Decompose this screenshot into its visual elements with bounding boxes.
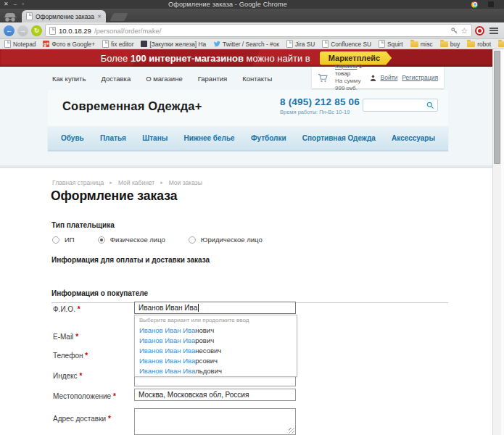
site-logo[interactable]: Современная Одежда+ [62, 99, 202, 113]
autocomplete-option[interactable]: Иванов Иван Иванесович [135, 346, 297, 356]
menu-pants[interactable]: Штаны [142, 134, 168, 142]
email-label: E-Mail * [53, 333, 78, 341]
window-edge [501, 49, 504, 435]
autocomplete-option[interactable]: Иванов Иван Иванович [135, 326, 297, 336]
scrollbar-thumb[interactable] [494, 51, 500, 164]
folder-icon [498, 41, 504, 47]
breadcrumb: Главная страница ▸ Мой кабинет ▸ Мои зак… [52, 179, 202, 186]
radio-individual-label[interactable]: Физическое лицо [110, 236, 165, 244]
resize-grip-icon[interactable] [289, 428, 294, 434]
adblock-extension-icon[interactable] [475, 26, 484, 36]
bookmark-google-plus[interactable]: g+Фото в Google+ [43, 41, 95, 48]
autocomplete-option[interactable]: Иванов Иван Иварович [135, 336, 297, 346]
window-title: Оформление заказа - Google Chrome [28, 1, 471, 8]
location-value: Москва, Московская обл, Россия [139, 391, 249, 399]
search-box[interactable] [363, 99, 438, 112]
phone-label: Телефон * [53, 352, 88, 360]
forward-button[interactable]: → [17, 25, 28, 36]
chrome-menu-icon[interactable] [489, 28, 498, 34]
page-scrollbar[interactable] [492, 49, 501, 435]
chrome-logo-icon [471, 1, 478, 8]
autocomplete-option[interactable]: Иванов Иван Ивальдович [135, 366, 297, 376]
browser-tab[interactable]: Оформление заказа ✕ [22, 10, 106, 22]
new-tab-button[interactable] [110, 13, 128, 21]
address-bar[interactable]: 10.0.18.29/personal/order/make/ ☆ [45, 24, 472, 37]
tray-icon [488, 1, 494, 7]
folder-icon [440, 41, 448, 47]
register-link[interactable]: Регистрация [402, 74, 438, 81]
bookmark-zakupki[interactable]: [Закупки железа] На [141, 41, 206, 48]
required-asterisk: * [79, 372, 82, 380]
search-icon[interactable] [426, 102, 437, 109]
zip-input[interactable] [134, 376, 296, 386]
nav-contacts[interactable]: Контакты [242, 75, 272, 83]
window-controls[interactable]: ✕ – ▫ [0, 0, 28, 9]
nav-warranty[interactable]: Гарантия [198, 75, 228, 83]
bookmark-confluence[interactable]: Confluence SU [322, 40, 371, 48]
reload-button[interactable]: ↻ [31, 25, 42, 36]
twitter-icon [213, 41, 220, 47]
bookmark-jira[interactable]: Jira SU [286, 40, 315, 48]
bookmark-folder-new[interactable]: New folder [498, 41, 504, 48]
autocomplete-option[interactable]: Иванов Иван Иварсович [135, 356, 297, 366]
menu-sportswear[interactable]: Спортивная Одежда [302, 134, 376, 142]
back-button[interactable]: ← [4, 25, 15, 36]
window-minimize-icon[interactable]: – [14, 0, 17, 9]
tab-close-icon[interactable]: ✕ [97, 14, 102, 20]
phone-number: 8 (495) 212 85 06 [280, 96, 360, 107]
window-maximize-icon[interactable]: ▫ [22, 0, 24, 9]
cart-link[interactable]: Корзина [335, 63, 357, 70]
bookmark-notepad[interactable]: Notepad [4, 40, 36, 48]
bookmark-folder-buy[interactable]: buy [440, 41, 460, 48]
fio-input[interactable]: Иванов Иван Ива [134, 302, 296, 314]
bookmark-folder-robot[interactable]: robot [467, 41, 491, 48]
radio-ip-label[interactable]: ИП [65, 236, 75, 244]
address-textarea[interactable] [135, 409, 295, 434]
cart-icon [318, 73, 329, 83]
payer-type-options: ИП Физическое лицо Юридическое лицо [52, 236, 263, 244]
window-close-icon[interactable]: ✕ [4, 0, 9, 9]
location-input[interactable]: Москва, Московская обл, Россия [134, 389, 296, 401]
radio-ip[interactable] [52, 236, 59, 244]
bookmark-star-icon[interactable]: ☆ [460, 27, 468, 34]
page-icon [4, 40, 11, 48]
bookmark-fix-editor[interactable]: fix editor [102, 40, 133, 48]
required-asterisk: * [85, 352, 88, 360]
radio-legal[interactable] [189, 236, 196, 244]
tab-strip: Оформление заказа ✕ [0, 9, 504, 22]
payer-type-label: Тип плательщика [51, 221, 115, 229]
user-icon [370, 75, 376, 81]
required-asterisk: * [75, 333, 78, 341]
login-link[interactable]: Войти [381, 74, 398, 81]
nav-delivery[interactable]: Доставка [101, 75, 131, 83]
bookmark-squirt[interactable]: Squirt [379, 40, 403, 48]
menu-tshirts[interactable]: Футболки [251, 134, 286, 142]
bookmark-folder-misc[interactable]: misc [410, 41, 433, 48]
menu-shoes[interactable]: Обувь [61, 134, 84, 142]
radio-legal-label[interactable]: Юридическое лицо [201, 236, 263, 244]
nav-about[interactable]: О магазине [146, 75, 182, 83]
marketplace-banner[interactable]: Более 100 интернет-магазинов можно найти… [0, 49, 492, 67]
catalog-menu: Обувь Платья Штаны Нижнее белье Футболки… [48, 126, 448, 151]
menu-dresses[interactable]: Платья [100, 134, 126, 142]
nav-how-to-buy[interactable]: Как купить [52, 75, 86, 83]
section-divider [0, 165, 504, 168]
breadcrumb-cabinet[interactable]: Мой кабинет [118, 179, 154, 186]
menu-accessories[interactable]: Аксессуары [392, 134, 435, 142]
bookmark-twitter[interactable]: Twitter / Search - #ок [213, 41, 279, 48]
payment-section-title: Информация для оплаты и доставки заказа [51, 256, 210, 264]
search-input[interactable] [363, 100, 426, 110]
menu-underwear[interactable]: Нижнее белье [183, 134, 234, 142]
url-path: /personal/order/make/ [94, 27, 161, 35]
banner-text: Более 100 интернет-магазинов можно найти… [101, 53, 310, 64]
page-icon [322, 40, 329, 48]
key-icon[interactable] [451, 28, 458, 34]
page-title: Оформление заказа [51, 188, 177, 204]
autocomplete-dropdown: Выберите вариант или продолжите ввод Ива… [134, 315, 297, 377]
fio-label: Ф.И.О. * [53, 305, 80, 313]
radio-individual[interactable] [98, 236, 105, 244]
breadcrumb-orders[interactable]: Мои заказы [169, 179, 202, 186]
tab-favicon-icon [26, 12, 33, 20]
breadcrumb-home[interactable]: Главная страница [52, 179, 104, 186]
folder-icon [410, 41, 418, 47]
